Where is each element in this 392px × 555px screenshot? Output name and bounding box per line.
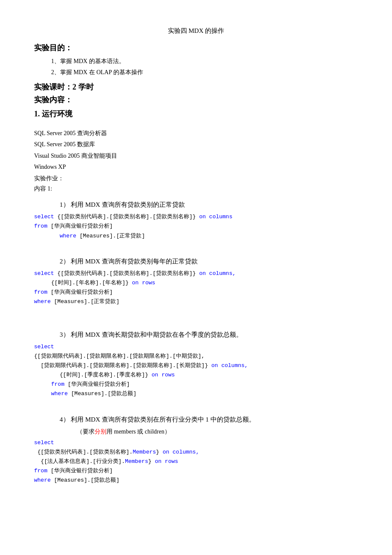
content1-label: 内容 1: (34, 184, 358, 194)
objective-item-2: 2、掌握 MDX 在 OLAP 的基本操作 (51, 68, 358, 77)
content-label: 实验内容： (34, 94, 358, 106)
env-heading: 1. 运行环境 (34, 108, 358, 120)
env-item-2: SQL Server 2005 数据库 (34, 140, 358, 149)
objective-heading: 实验目的： (34, 42, 358, 54)
homework-label: 实验作业： (34, 174, 358, 183)
task1-code: select {[贷款类别代码表].[贷款类别名称].[贷款类别名称]} on … (34, 212, 358, 240)
env-item-4: Windows XP (34, 162, 358, 172)
task2-code: select {[贷款类别代码表].[贷款类别名称].[贷款类别名称]} on … (34, 269, 358, 306)
task2-title: 2） 利用 MDX 查询所有贷款类别每年的正常贷款 (60, 256, 358, 266)
task4-note: （要求分别用 members 或 children） (77, 427, 358, 436)
objective-item-1: 1、掌握 MDX 的基本语法。 (51, 57, 358, 66)
page-container: 实验四 MDX 的操作 实验目的： 1、掌握 MDX 的基本语法。 2、掌握 M… (34, 26, 358, 485)
env-item-3: Visual Studio 2005 商业智能项目 (34, 151, 358, 161)
env-item-1: SQL Server 2005 查询分析器 (34, 129, 358, 138)
task1-title: 1） 利用 MDX 查询所有贷款类别的正常贷款 (60, 199, 358, 210)
task3-title: 3） 利用 MDX 查询长期贷款和中期贷款在各个季度的贷款总额。 (60, 330, 358, 340)
page-title: 实验四 MDX 的操作 (34, 26, 358, 36)
task4-title-text: 4） 利用 MDX 查询所有贷款类别在所有行业分类中 1 中的贷款总额。 (60, 416, 255, 423)
task4-code: select {[贷款类别代码表].[贷款类别名称].Members} on c… (34, 438, 358, 485)
task1-select-kw: select (34, 214, 54, 220)
time-label: 实验课时：2 学时 (34, 81, 358, 93)
task3-code: select {[贷款期限代码表].[贷款期限名称].[贷款期限名称].[中期贷… (34, 342, 358, 399)
task4-title: 4） 利用 MDX 查询所有贷款类别在所有行业分类中 1 中的贷款总额。 (60, 414, 358, 425)
